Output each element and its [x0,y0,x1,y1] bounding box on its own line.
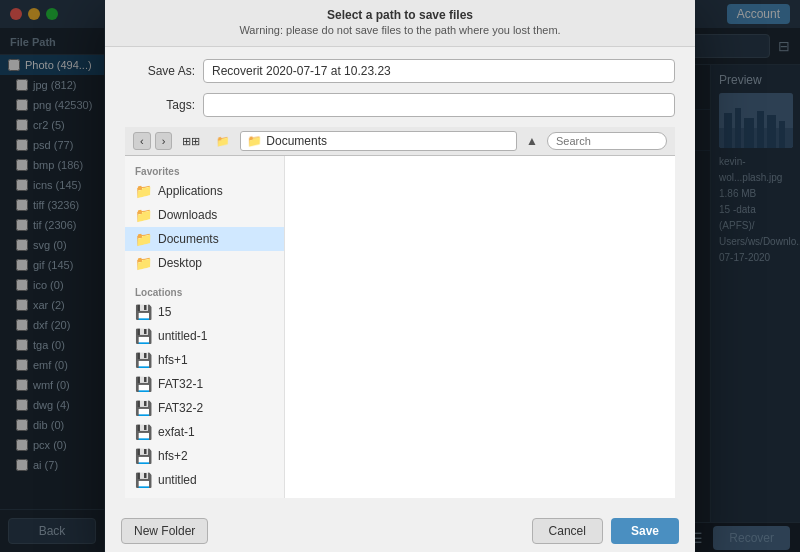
save-as-input[interactable] [203,59,675,83]
tags-label: Tags: [125,98,195,112]
modal-footer: New Folder Cancel Save [105,510,695,552]
fb-icon-view-btn[interactable]: ⊞⊞ [176,132,206,151]
modal-header: Select a path to save files Warning: ple… [105,0,695,47]
locations-item-label: 15 [158,305,171,319]
modal-overlay: Select a path to save files Warning: ple… [0,0,800,552]
modal-title: Select a path to save files [121,8,679,22]
save-button[interactable]: Save [611,518,679,544]
disk-icon: 💾 [135,400,152,416]
modal-warning: Warning: please do not save files to the… [121,24,679,36]
folder-icon: 📁 [135,255,152,271]
fb-body: Favorites📁Applications📁Downloads📁Documen… [125,156,675,498]
fb-main [285,156,675,498]
folder-icon: 📁 [135,183,152,199]
fb-toolbar: ‹ › ⊞⊞ 📁 📁 Documents ▲ [125,127,675,156]
fb-path-box: 📁 Documents [240,131,517,151]
favorites-section-label: Favorites [125,162,284,179]
locations-item-4[interactable]: 💾FAT32-2 [125,396,284,420]
locations-item-6[interactable]: 💾hfs+2 [125,444,284,468]
disk-icon: 💾 [135,328,152,344]
modal-form: Save As: Tags: ‹ › ⊞⊞ 📁 📁 [105,47,695,510]
locations-section-label: Locations [125,283,284,300]
tags-input[interactable] [203,93,675,117]
locations-item-0[interactable]: 💾15 [125,300,284,324]
fb-sidebar: Favorites📁Applications📁Downloads📁Documen… [125,156,285,498]
tags-row: Tags: [125,93,675,117]
favorites-item-label: Applications [158,184,223,198]
disk-icon: 💾 [135,376,152,392]
disk-icon: 💾 [135,472,152,488]
fb-location: 📁 Documents ▲ [240,131,543,151]
save-dialog: Select a path to save files Warning: ple… [105,0,695,552]
locations-item-label: FAT32-1 [158,377,203,391]
favorites-item-label: Downloads [158,208,217,222]
favorites-item-2[interactable]: 📁Documents [125,227,284,251]
file-browser-container: ‹ › ⊞⊞ 📁 📁 Documents ▲ Favorite [125,127,675,498]
locations-item-label: hfs+1 [158,353,188,367]
disk-icon: 💾 [135,448,152,464]
folder-icon: 📁 [135,231,152,247]
locations-item-7[interactable]: 💾untitled [125,468,284,492]
locations-item-1[interactable]: 💾untitled-1 [125,324,284,348]
locations-item-label: untitled [158,473,197,487]
favorites-item-0[interactable]: 📁Applications [125,179,284,203]
fb-path-folder-icon: 📁 [247,134,262,148]
save-as-label: Save As: [125,64,195,78]
fb-up-btn[interactable]: ▲ [521,131,543,151]
save-as-row: Save As: [125,59,675,83]
disk-icon: 💾 [135,304,152,320]
locations-item-label: untitled-1 [158,329,207,343]
folder-icon: 📁 [135,207,152,223]
disk-icon: 💾 [135,424,152,440]
fb-folder-btn[interactable]: 📁 [210,132,236,151]
locations-item-5[interactable]: 💾exfat-1 [125,420,284,444]
disk-icon: 💾 [135,352,152,368]
locations-item-label: exfat-1 [158,425,195,439]
locations-item-label: hfs+2 [158,449,188,463]
favorites-item-1[interactable]: 📁Downloads [125,203,284,227]
new-folder-button[interactable]: New Folder [121,518,208,544]
fb-search-input[interactable] [547,132,667,150]
cancel-button[interactable]: Cancel [532,518,603,544]
fb-path-label: Documents [266,134,327,148]
fb-back-btn[interactable]: ‹ [133,132,151,150]
favorites-item-label: Documents [158,232,219,246]
modal-actions: Cancel Save [532,518,679,544]
favorites-item-label: Desktop [158,256,202,270]
locations-item-2[interactable]: 💾hfs+1 [125,348,284,372]
locations-item-3[interactable]: 💾FAT32-1 [125,372,284,396]
locations-item-label: FAT32-2 [158,401,203,415]
fb-forward-btn[interactable]: › [155,132,173,150]
favorites-item-3[interactable]: 📁Desktop [125,251,284,275]
